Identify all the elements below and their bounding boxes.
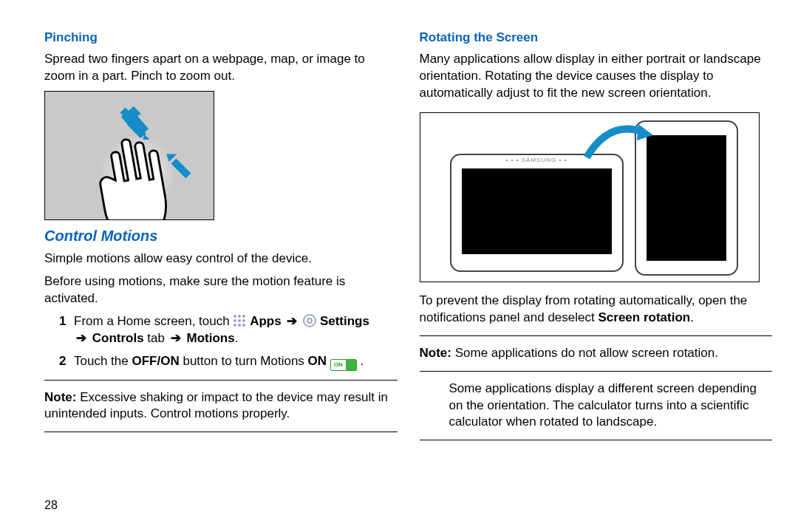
left-column: Pinching Spread two fingers apart on a w… [44,30,398,449]
arrow-icon: ➔ [168,331,183,345]
step-2-text: Touch the OFF/ON button to turn Motions … [74,353,398,371]
rotating-note: Note: Some applications do not allow scr… [420,345,773,362]
note-label: Note: [420,346,451,360]
page-number: 28 [44,497,58,514]
step-1-text: From a Home screen, touch Apps ➔ Setting… [74,313,398,347]
arrow-icon: ➔ [284,314,299,328]
rotating-body: Many applications allow display in eithe… [420,51,773,102]
divider [44,432,398,432]
settings-icon [303,314,316,327]
rotating-prevent: To prevent the display from rotating aut… [420,293,773,327]
apps-label: Apps [250,314,282,328]
tablet-landscape-icon [450,154,624,272]
note-label: Note: [44,390,76,404]
controls-label: Controls [92,331,144,345]
right-column: Rotating the Screen Many applications al… [420,30,773,449]
pinching-heading: Pinching [44,30,398,47]
tab-word: tab [147,331,165,345]
on-toggle-icon: ON [330,359,357,371]
motions-label: Motions [186,331,234,345]
step-number: 2 [59,353,74,371]
rotating-extra: Some applications display a different sc… [449,381,773,432]
pinching-body: Spread two fingers apart on a webpage, m… [44,51,398,85]
note-text: Some applications do not allow screen ro… [455,346,718,360]
rotating-heading: Rotating the Screen [420,30,773,47]
pinch-arrow-down-icon [119,106,152,140]
rotation-illustration [420,112,760,282]
divider [44,380,398,381]
control-motions-intro1: Simple motions allow easy control of the… [44,250,398,267]
two-column-layout: Pinching Spread two fingers apart on a w… [44,30,772,449]
pinch-illustration [44,91,214,220]
svg-marker-11 [637,124,653,140]
pinch-arrow-up-icon [160,147,193,180]
step2-mid: button to turn Motions [183,354,304,368]
divider [420,371,773,372]
control-motions-note: Note: Excessive shaking or impact to the… [44,389,398,423]
settings-label: Settings [320,314,369,328]
control-motions-heading: Control Motions [44,226,398,246]
prevent-pre: To prevent the display from rotating aut… [420,293,748,324]
divider [420,440,773,440]
apps-icon [233,314,246,327]
offon-label: OFF/ON [132,354,179,368]
steps-list: 1 From a Home screen, touch Apps ➔ Setti… [59,313,398,371]
note-text: Excessive shaking or impact to the devic… [44,390,388,421]
divider [420,335,773,336]
on-label: ON [308,354,327,368]
step2-pre: Touch the [74,354,129,368]
step-1: 1 From a Home screen, touch Apps ➔ Setti… [59,313,398,347]
control-motions-intro2: Before using motions, make sure the moti… [44,273,398,307]
screen-rotation-label: Screen rotation [598,310,690,324]
arrow-icon: ➔ [74,331,89,345]
rotate-arrow-icon [579,117,653,161]
step-number: 1 [59,313,74,347]
step1-pre: From a Home screen, touch [74,314,230,328]
step-2: 2 Touch the OFF/ON button to turn Motion… [59,353,398,371]
